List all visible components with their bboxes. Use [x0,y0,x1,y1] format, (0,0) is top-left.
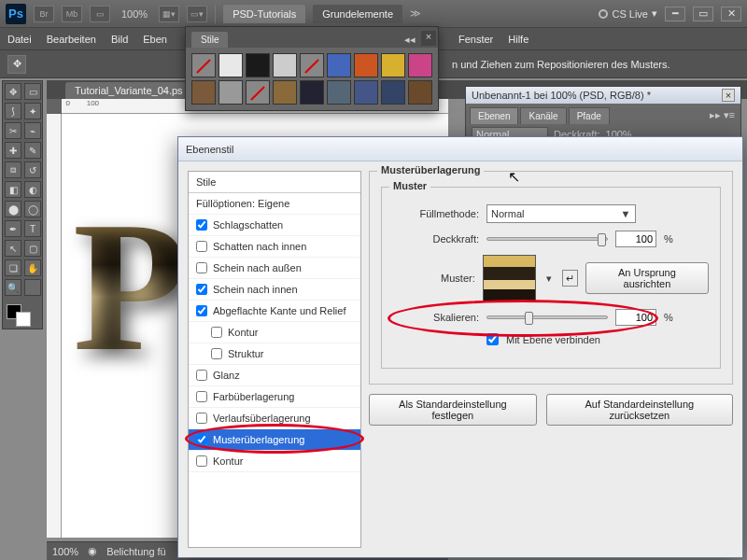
viewmode-icon[interactable]: ▦▾ [159,6,179,22]
secondary-doc-titlebar[interactable]: Unbenannt-1 bei 100% (PSD, RGB/8) *× [466,87,740,104]
style-checkbox[interactable] [196,284,207,295]
window-restore-icon[interactable]: ▭ [693,7,713,21]
styles-panel[interactable]: Stile ◂◂ × [185,26,439,111]
tool-zoom[interactable]: 🔍 [5,279,21,296]
style-checkbox[interactable] [196,241,207,252]
tool-crop[interactable]: ✂ [5,122,21,139]
style-checkbox[interactable] [196,434,207,445]
opacity-slider[interactable] [486,237,608,241]
panel-close-icon[interactable]: × [421,31,436,46]
new-preset-icon[interactable]: ↵ [562,270,578,287]
style-checkbox[interactable] [196,391,207,402]
tool-lasso[interactable]: ⟆ [5,103,21,119]
style-swatch[interactable] [218,53,243,77]
panel-collapse-icon[interactable]: ◂◂ [401,32,419,48]
scale-input[interactable] [615,309,656,326]
color-swatches[interactable] [5,302,41,327]
style-swatch[interactable] [300,53,324,77]
make-default-button[interactable]: Als Standardeinstellung festlegen [369,394,537,426]
style-swatch[interactable] [408,80,432,105]
tool-shape[interactable]: ▢ [24,240,41,257]
style-swatch[interactable] [354,80,378,105]
style-checkbox[interactable] [196,219,207,231]
style-swatch[interactable] [218,80,243,105]
style-checkbox[interactable] [196,455,207,467]
style-row-glanz[interactable]: Glanz [189,365,360,386]
style-swatch[interactable] [381,80,405,105]
style-swatch[interactable] [354,53,378,77]
fill-options-row[interactable]: Füllöptionen: Eigene [189,193,360,215]
style-swatch[interactable] [381,53,405,77]
snap-origin-button[interactable]: An Ursprung ausrichten [585,262,709,294]
style-checkbox[interactable] [196,305,207,316]
style-list-header[interactable]: Stile [189,172,360,193]
workspace-tab-psd-tutorials[interactable]: PSD-Tutorials [223,5,305,23]
move-tool-icon[interactable]: ✥ [7,55,26,74]
tool-history[interactable]: ↺ [24,161,41,178]
minibridge-icon[interactable]: Mb [62,6,82,22]
style-row-farb-berlagerung[interactable]: Farbüberlagerung [189,386,360,408]
app-zoom[interactable]: 100% [118,8,151,20]
document-tab[interactable]: Tutorial_Variante_04.ps ✕ [65,82,202,99]
menu-bild[interactable]: Bild [111,34,128,45]
close-icon[interactable]: × [722,89,735,102]
style-none[interactable] [191,53,216,77]
scale-slider[interactable] [486,315,608,319]
workspace-more-icon[interactable]: ≫ [410,7,421,20]
panel-tab-kanaele[interactable]: Kanäle [520,107,566,124]
style-row-schein-nach-innen[interactable]: Schein nach innen [189,279,360,301]
style-swatch[interactable] [246,53,270,77]
link-with-layer-checkbox[interactable] [486,333,499,345]
opacity-input[interactable] [615,231,656,247]
style-row-verlaufs-berlagerung[interactable]: Verlaufsüberlagerung [189,408,360,429]
menu-hilfe[interactable]: Hilfe [508,34,529,45]
style-swatch[interactable] [327,53,351,77]
tool-pen[interactable]: ✒ [5,220,21,237]
tool-dodge[interactable]: ◯ [24,201,41,217]
style-checkbox[interactable] [211,348,222,359]
style-row-schlagschatten[interactable]: Schlagschatten [189,215,360,236]
style-swatch[interactable] [408,53,432,77]
panel-tab-ebenen[interactable]: Ebenen [470,107,518,124]
style-swatch[interactable] [273,53,297,77]
menu-fenster[interactable]: Fenster [458,34,493,45]
panel-tab-pfade[interactable]: Pfade [569,107,610,124]
tool-move[interactable]: ✥ [5,83,21,100]
bridge-icon[interactable]: Br [34,6,54,22]
screen-mode-icon[interactable]: ▭ [90,6,110,22]
tool-gradient[interactable]: ◐ [24,181,41,198]
style-checkbox[interactable] [211,327,222,338]
style-swatch[interactable] [327,80,351,105]
tool-wand[interactable]: ✦ [24,103,41,119]
status-info-icon[interactable]: ◉ [88,545,97,557]
status-zoom[interactable]: 100% [52,546,78,557]
style-checkbox[interactable] [196,370,207,381]
window-close-icon[interactable]: ✕ [721,7,741,21]
style-row-kontur[interactable]: Kontur [189,451,360,472]
menu-ebene[interactable]: Eben [143,34,167,45]
tool-3d[interactable]: ❏ [5,259,21,276]
style-row-muster-berlagerung[interactable]: Musterüberlagerung [189,429,360,451]
style-swatch[interactable] [273,80,297,105]
tool-type[interactable]: T [24,220,41,237]
style-swatch[interactable] [246,80,270,105]
arrange-icon[interactable]: ▭▾ [187,6,207,22]
style-row-kontur[interactable]: Kontur [189,322,360,343]
cs-live-button[interactable]: CS Live▾ [599,7,657,20]
pattern-dropdown-icon[interactable]: ▾ [543,273,554,285]
style-row-abgeflachte-kante-und-relief[interactable]: Abgeflachte Kante und Relief [189,301,360,322]
background-swatch[interactable] [16,312,31,327]
tool-eyedropper[interactable]: ⌁ [24,122,41,139]
tool-heal[interactable]: ✚ [5,142,21,159]
tool-blur[interactable]: ⬤ [5,201,21,217]
style-row-schatten-nach-innen[interactable]: Schatten nach innen [189,236,360,258]
menu-datei[interactable]: Datei [7,34,32,45]
blend-mode-combo[interactable]: Normal▼ [486,204,636,223]
tool-eraser[interactable]: ◧ [5,181,21,198]
tool-stamp[interactable]: ⧈ [5,161,21,178]
workspace-tab-grundelemente[interactable]: Grundelemente [313,5,402,23]
window-minimize-icon[interactable]: ━ [665,7,685,21]
style-checkbox[interactable] [196,262,207,273]
tool-brush[interactable]: ✎ [24,142,41,159]
reset-default-button[interactable]: Auf Standardeinstellung zurücksetzen [546,394,733,426]
